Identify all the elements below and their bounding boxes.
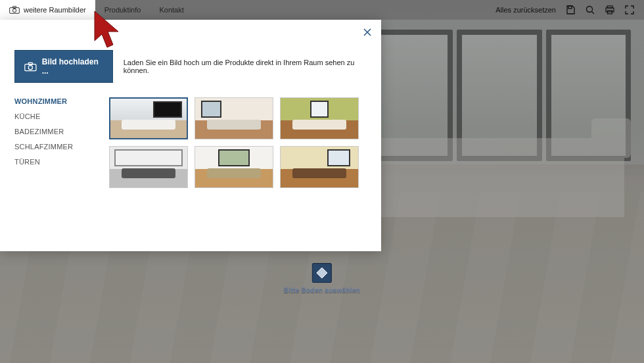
room-thumbnail[interactable] xyxy=(195,146,273,188)
upload-button-label: Bild hochladen ... xyxy=(42,57,103,76)
floor-selector[interactable]: Bitte Boden auswählen xyxy=(284,263,360,294)
print-icon[interactable] xyxy=(605,5,615,15)
close-button[interactable] xyxy=(363,28,372,39)
category-schlafzimmer[interactable]: SCHLAFZIMMER xyxy=(14,143,92,151)
floor-tile-icon xyxy=(312,263,332,283)
room-thumbnail[interactable] xyxy=(195,97,273,139)
svg-rect-1 xyxy=(12,7,16,9)
category-list: WOHNZIMMER KÜCHE BADEZIMMER SCHLAFZIMMER… xyxy=(14,97,92,188)
zoom-icon[interactable] xyxy=(585,5,595,15)
svg-line-5 xyxy=(592,12,595,14)
room-thumbnail[interactable] xyxy=(280,146,359,188)
camera-icon xyxy=(9,6,20,14)
upload-caption: Laden Sie ein Bild hoch um die Produkte … xyxy=(124,59,367,74)
reset-link[interactable]: Alles zurücksetzen xyxy=(495,6,556,14)
camera-icon xyxy=(24,62,37,72)
diamond-icon xyxy=(315,266,329,279)
category-wohnzimmer[interactable]: WOHNZIMMER xyxy=(14,97,92,105)
fullscreen-icon[interactable] xyxy=(624,5,635,15)
svg-point-2 xyxy=(12,9,16,12)
thumbnail-grid xyxy=(109,97,359,188)
room-thumbnail[interactable] xyxy=(109,146,188,188)
category-tueren[interactable]: TÜREN xyxy=(14,158,92,166)
room-thumbnail[interactable] xyxy=(109,97,188,139)
svg-rect-3 xyxy=(568,6,572,9)
close-icon xyxy=(363,28,372,37)
category-badezimmer[interactable]: BADEZIMMER xyxy=(14,128,92,135)
room-thumbnail[interactable] xyxy=(280,97,359,139)
pointer-cursor-overlay xyxy=(92,9,125,55)
tab-contact-label: Kontakt xyxy=(159,6,183,14)
svg-point-13 xyxy=(28,65,32,69)
save-icon[interactable] xyxy=(565,5,576,15)
svg-point-4 xyxy=(587,7,593,12)
tab-room-images-label: weitere Raumbilder xyxy=(24,0,86,20)
tab-room-images[interactable]: weitere Raumbilder xyxy=(0,0,95,20)
category-kueche[interactable]: KÜCHE xyxy=(14,112,92,120)
svg-rect-7 xyxy=(606,8,614,12)
floor-selector-label: Bitte Boden auswählen xyxy=(284,287,360,294)
svg-rect-12 xyxy=(28,62,32,64)
tab-contact[interactable]: Kontakt xyxy=(150,0,193,20)
room-picker-modal: Bild hochladen ... Laden Sie ein Bild ho… xyxy=(0,20,381,251)
